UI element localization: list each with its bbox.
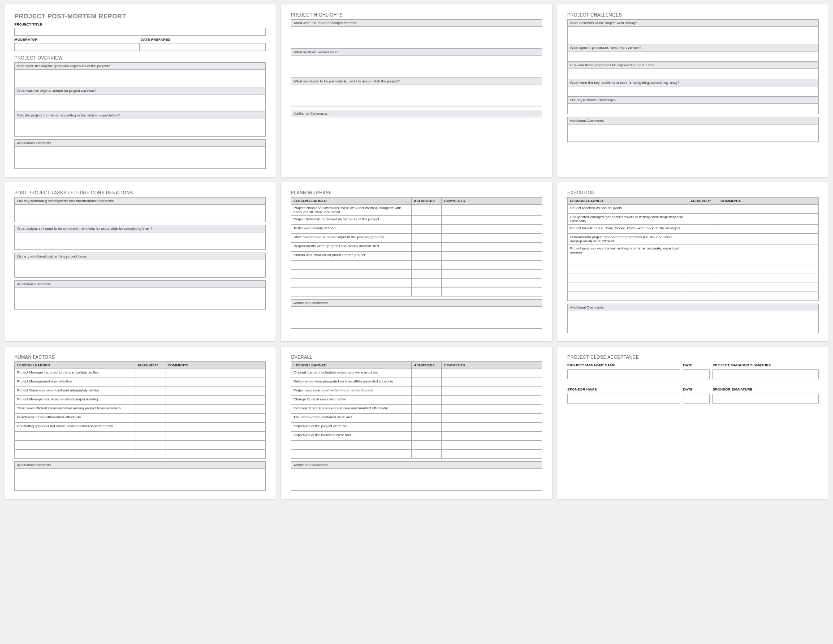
comments-cell[interactable] <box>441 405 542 414</box>
comments-cell[interactable] <box>441 279 542 288</box>
achieved-cell[interactable] <box>411 252 441 261</box>
achieved-cell[interactable] <box>135 387 165 396</box>
comments-cell[interactable] <box>441 270 542 279</box>
achieved-cell[interactable] <box>135 405 165 414</box>
achieved-cell[interactable] <box>135 396 165 405</box>
achieved-cell[interactable] <box>411 243 441 252</box>
achieved-cell[interactable] <box>411 387 441 396</box>
achieved-cell[interactable] <box>135 369 165 378</box>
comments-cell[interactable] <box>441 369 542 378</box>
comments-cell[interactable] <box>441 378 542 387</box>
overall-comments[interactable] <box>291 469 542 490</box>
comments-cell[interactable] <box>165 450 265 459</box>
future-a2[interactable] <box>15 232 265 249</box>
comments-cell[interactable] <box>441 252 542 261</box>
highlights-comments[interactable] <box>291 117 542 139</box>
future-comments[interactable] <box>15 288 265 309</box>
achieved-cell[interactable] <box>135 423 165 432</box>
achieved-cell[interactable] <box>411 423 441 432</box>
moderator-input[interactable] <box>14 43 140 51</box>
comments-cell[interactable] <box>441 205 542 216</box>
highlights-a1[interactable] <box>291 27 542 48</box>
challenges-a1[interactable] <box>568 27 818 44</box>
sponsor-sig-input[interactable] <box>712 394 819 404</box>
achieved-cell[interactable] <box>135 432 165 441</box>
achieved-cell[interactable] <box>411 288 441 296</box>
comments-cell[interactable] <box>165 441 265 450</box>
achieved-cell[interactable] <box>411 234 441 243</box>
pm-sig-input[interactable] <box>712 369 819 379</box>
achieved-cell[interactable] <box>411 279 441 288</box>
achieved-cell[interactable] <box>688 245 718 256</box>
comments-cell[interactable] <box>165 387 265 396</box>
comments-cell[interactable] <box>718 234 818 245</box>
pm-name-input[interactable] <box>567 369 680 379</box>
overview-a1[interactable] <box>15 70 265 87</box>
comments-cell[interactable] <box>441 432 542 441</box>
comments-cell[interactable] <box>441 423 542 432</box>
achieved-cell[interactable] <box>411 396 441 405</box>
achieved-cell[interactable] <box>411 225 441 234</box>
achieved-cell[interactable] <box>411 261 441 270</box>
comments-cell[interactable] <box>718 265 818 274</box>
achieved-cell[interactable] <box>411 405 441 414</box>
achieved-cell[interactable] <box>135 414 165 423</box>
achieved-cell[interactable] <box>688 274 718 283</box>
achieved-cell[interactable] <box>688 256 718 265</box>
achieved-cell[interactable] <box>135 378 165 387</box>
comments-cell[interactable] <box>165 369 265 378</box>
comments-cell[interactable] <box>441 396 542 405</box>
sponsor-name-input[interactable] <box>567 394 680 404</box>
challenges-comments[interactable] <box>568 125 818 142</box>
sponsor-date-input[interactable] <box>683 394 710 404</box>
highlights-a3[interactable] <box>291 85 542 107</box>
achieved-cell[interactable] <box>411 369 441 378</box>
comments-cell[interactable] <box>441 288 542 296</box>
comments-cell[interactable] <box>165 405 265 414</box>
achieved-cell[interactable] <box>688 283 718 292</box>
comments-cell[interactable] <box>165 423 265 432</box>
human-comments[interactable] <box>15 469 265 490</box>
project-title-input[interactable] <box>14 28 266 36</box>
comments-cell[interactable] <box>441 414 542 423</box>
comments-cell[interactable] <box>165 414 265 423</box>
overview-a3[interactable] <box>15 119 265 136</box>
comments-cell[interactable] <box>718 225 818 234</box>
comments-cell[interactable] <box>165 396 265 405</box>
overview-comments[interactable] <box>15 147 265 168</box>
achieved-cell[interactable] <box>411 450 441 459</box>
comments-cell[interactable] <box>441 387 542 396</box>
achieved-cell[interactable] <box>135 441 165 450</box>
comments-cell[interactable] <box>718 256 818 265</box>
achieved-cell[interactable] <box>411 216 441 225</box>
comments-cell[interactable] <box>718 292 818 301</box>
planning-comments[interactable] <box>291 307 542 328</box>
comments-cell[interactable] <box>718 214 818 225</box>
achieved-cell[interactable] <box>688 234 718 245</box>
comments-cell[interactable] <box>441 234 542 243</box>
comments-cell[interactable] <box>718 283 818 292</box>
achieved-cell[interactable] <box>688 292 718 301</box>
achieved-cell[interactable] <box>411 414 441 423</box>
achieved-cell[interactable] <box>135 450 165 459</box>
achieved-cell[interactable] <box>411 441 441 450</box>
achieved-cell[interactable] <box>411 270 441 279</box>
future-a1[interactable] <box>15 205 265 222</box>
achieved-cell[interactable] <box>688 265 718 274</box>
achieved-cell[interactable] <box>411 378 441 387</box>
comments-cell[interactable] <box>441 216 542 225</box>
comments-cell[interactable] <box>441 261 542 270</box>
comments-cell[interactable] <box>718 274 818 283</box>
comments-cell[interactable] <box>718 205 818 214</box>
execution-comments[interactable] <box>568 311 818 333</box>
comments-cell[interactable] <box>718 245 818 256</box>
challenges-a2[interactable] <box>568 52 818 61</box>
pm-date-input[interactable] <box>683 369 710 379</box>
comments-cell[interactable] <box>441 243 542 252</box>
comments-cell[interactable] <box>165 378 265 387</box>
comments-cell[interactable] <box>441 450 542 459</box>
overview-a2[interactable] <box>15 94 265 112</box>
comments-cell[interactable] <box>441 441 542 450</box>
achieved-cell[interactable] <box>688 205 718 214</box>
achieved-cell[interactable] <box>688 225 718 234</box>
